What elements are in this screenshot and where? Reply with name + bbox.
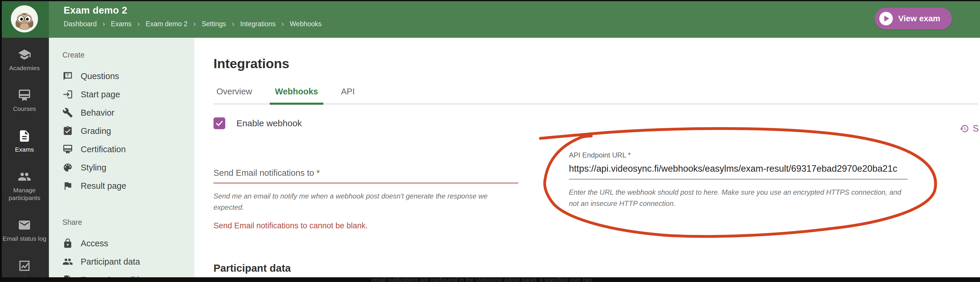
- people-icon: [62, 256, 73, 267]
- enable-webhook-label: Enable webhook: [237, 118, 302, 128]
- breadcrumb-separator: ›: [194, 20, 196, 28]
- exam-settings-sidebar: Create ? Questions Start page Behavior G…: [49, 38, 194, 277]
- breadcrumb-webhooks[interactable]: Webhooks: [290, 20, 321, 28]
- certificate-icon: [62, 144, 73, 155]
- email-notifications-helper: Send me an email to notify me when a web…: [213, 191, 518, 213]
- breadcrumb: Dashboard › Exams › Exam demo 2 › Settin…: [64, 20, 321, 28]
- email-notifications-input[interactable]: Send Email notifications to *: [213, 151, 518, 183]
- breadcrumb-separator: ›: [232, 20, 234, 28]
- breadcrumb-exam-demo-2[interactable]: Exam demo 2: [146, 20, 188, 28]
- palette-icon: [62, 162, 73, 173]
- breadcrumb-separator: ›: [103, 20, 105, 28]
- certificate-icon: [18, 88, 31, 102]
- breadcrumb-exams[interactable]: Exams: [111, 20, 132, 28]
- section-create: Create: [62, 51, 194, 59]
- nav-exams[interactable]: Exams: [0, 129, 49, 154]
- email-notifications-error: Send Email notifications to cannot be bl…: [213, 221, 518, 231]
- bottom-bar-note: email notifications are configured in th…: [372, 277, 592, 282]
- clipboard-check-icon: [62, 126, 73, 136]
- view-exam-button[interactable]: View exam: [875, 8, 952, 29]
- owl-logo-icon: [10, 5, 39, 33]
- sidebar-item-grading[interactable]: Grading: [62, 122, 194, 140]
- email-notifications-label: Send Email notifications to *: [213, 168, 320, 178]
- section-share: Share: [62, 218, 194, 226]
- enable-webhook-checkbox[interactable]: [213, 117, 225, 129]
- api-endpoint-field: API Endpoint URL * https://api.videosync…: [569, 151, 908, 209]
- email-notifications-field: Send Email notifications to * Send me an…: [213, 151, 518, 231]
- nav-email-status-log[interactable]: Email status log: [0, 218, 49, 242]
- screen-edge-top: [0, 0, 980, 1]
- envelope-icon: [18, 218, 31, 232]
- sidebar-item-questions[interactable]: ? Questions: [62, 67, 194, 85]
- nav-courses[interactable]: Courses: [0, 88, 49, 113]
- lock-icon: [62, 238, 73, 249]
- svg-text:?: ?: [66, 72, 69, 78]
- app-logo[interactable]: [0, 0, 49, 38]
- history-icon: [960, 124, 969, 133]
- main-content: Integrations Overview Webhooks API Enabl…: [194, 38, 980, 277]
- play-icon: [879, 12, 893, 26]
- wrench-icon: [62, 107, 73, 118]
- exam-title: Exam demo 2: [64, 5, 321, 16]
- sidebar-item-styling[interactable]: Styling: [62, 159, 194, 177]
- document-icon: [18, 129, 31, 143]
- integrations-tabs: Overview Webhooks API: [213, 87, 978, 104]
- nav-academies[interactable]: Academies: [0, 48, 49, 72]
- breadcrumb-dashboard[interactable]: Dashboard: [64, 20, 97, 28]
- api-endpoint-label: API Endpoint URL *: [569, 151, 908, 159]
- participant-data-title: Participant data: [213, 262, 980, 274]
- breadcrumb-separator: ›: [137, 20, 140, 28]
- tab-webhooks[interactable]: Webhooks: [272, 87, 321, 104]
- tab-api[interactable]: API: [338, 87, 358, 104]
- page-title: Integrations: [213, 56, 980, 71]
- app-header: Exam demo 2 Dashboard › Exams › Exam dem…: [0, 0, 980, 38]
- sidebar-item-certification[interactable]: Certification: [62, 140, 194, 159]
- breadcrumb-integrations[interactable]: Integrations: [240, 20, 275, 28]
- flag-icon: [62, 181, 73, 191]
- api-endpoint-input[interactable]: https://api.videosync.fi/webhooks/easylm…: [569, 163, 908, 179]
- sidebar-item-behavior[interactable]: Behavior: [62, 104, 194, 122]
- people-icon: [18, 170, 31, 183]
- sidebar-item-participant-data[interactable]: Participant data: [62, 253, 194, 271]
- sidebar-item-result-page[interactable]: Result page: [62, 177, 194, 195]
- sidebar-item-start-page[interactable]: Start page: [62, 85, 194, 104]
- enter-arrow-icon: [62, 89, 73, 100]
- tab-overview[interactable]: Overview: [213, 87, 255, 104]
- question-bubble-icon: ?: [62, 71, 73, 82]
- api-endpoint-helper: Enter the URL the webhook should post to…: [569, 187, 908, 209]
- breadcrumb-separator: ›: [282, 20, 284, 28]
- sidebar-item-access[interactable]: Access: [62, 234, 194, 253]
- settings-history-link[interactable]: S: [960, 123, 979, 134]
- api-endpoint-value: https://api.videosync.fi/webhooks/easylm…: [569, 163, 897, 174]
- breadcrumb-settings[interactable]: Settings: [202, 20, 226, 28]
- screen-edge-left: [0, 0, 2, 282]
- settings-history-label: S: [973, 123, 979, 134]
- nav-manage-participants[interactable]: Manage participants: [0, 170, 49, 202]
- bottom-bar: email notifications are configured in th…: [0, 277, 980, 282]
- checkmark-icon: [215, 119, 223, 127]
- chart-icon: [18, 259, 31, 272]
- graduation-cap-icon: [18, 48, 31, 61]
- main-nav-rail: Academies Courses Exams Manage participa…: [0, 38, 49, 277]
